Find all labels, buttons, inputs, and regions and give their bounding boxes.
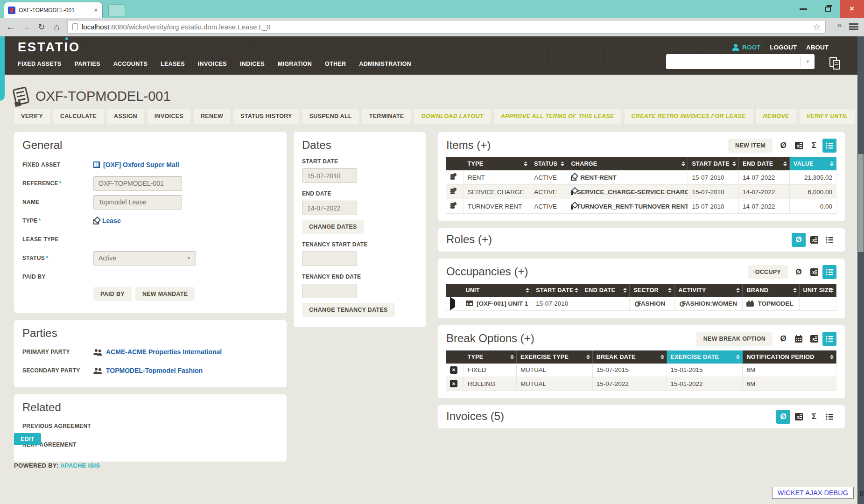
assign-button[interactable]: ASSIGN xyxy=(107,109,144,124)
break-col-exercise-date[interactable]: EXERCISE DATE xyxy=(667,350,743,364)
copy-icon[interactable] xyxy=(829,57,842,70)
home-icon[interactable]: ⌂ xyxy=(49,18,63,36)
items-col-start-date[interactable]: START DATE xyxy=(688,157,739,170)
fixed-asset-link[interactable]: [OXF] Oxford Super Mall xyxy=(103,161,179,168)
items-col-value[interactable]: VALUE xyxy=(789,157,836,170)
list-view-icon[interactable] xyxy=(822,139,836,153)
break-option-icon[interactable]: ✕ xyxy=(450,366,457,374)
search-dropdown-caret-icon[interactable]: ▼ xyxy=(801,56,815,67)
status-history-button[interactable]: STATUS HISTORY xyxy=(233,109,299,124)
excel-export-icon[interactable]: x xyxy=(792,410,806,424)
change-dates-button[interactable]: CHANGE DATES xyxy=(302,220,364,234)
browser-tab[interactable]: OXF-TOPMODEL-001 × xyxy=(4,2,103,18)
invoices-button[interactable]: INVOICES xyxy=(148,109,190,124)
status-select[interactable]: Active▼ xyxy=(93,251,196,266)
tenancy-end-date-field[interactable] xyxy=(302,284,357,298)
hide-columns-icon[interactable]: Ø xyxy=(776,332,790,346)
extensions-overflow-icon[interactable]: » xyxy=(837,21,842,30)
excel-export-icon[interactable]: x xyxy=(807,332,821,346)
change-tenancy-dates-button[interactable]: CHANGE TENANCY DATES xyxy=(302,303,395,317)
renew-button[interactable]: RENEW xyxy=(194,109,230,124)
items-col-type[interactable]: TYPE xyxy=(464,157,530,170)
occ-col-activity[interactable]: ACTIVITY xyxy=(674,284,743,297)
nav-indices[interactable]: INDICES xyxy=(240,61,265,67)
table-row[interactable]: ✕ ROLLING MUTUAL 15-07-2022 15-01-2022 6… xyxy=(446,377,836,391)
estatio-logo[interactable]: ESTATIO xyxy=(18,40,80,55)
hide-columns-icon[interactable]: Ø xyxy=(776,139,790,153)
table-row[interactable]: ✕ FIXED MUTUAL 15-07-2015 15-01-2015 6M xyxy=(446,364,836,377)
apache-isis-link[interactable]: APACHE ISIS xyxy=(60,462,100,469)
hide-columns-icon[interactable]: Ø xyxy=(792,233,806,247)
browser-menu-icon[interactable] xyxy=(849,23,858,30)
summary-sigma-icon[interactable]: Σ xyxy=(807,410,821,424)
nav-other[interactable]: OTHER xyxy=(325,61,346,67)
nav-migration[interactable]: MIGRATION xyxy=(278,61,312,67)
download-layout-button[interactable]: DOWNLOAD LAYOUT xyxy=(414,109,490,124)
break-col-exercise-type[interactable]: EXERCISE TYPE xyxy=(516,350,592,364)
paid-by-button[interactable]: PAID BY xyxy=(93,287,132,301)
url-text[interactable]: localhost:8080/wicket/entity/org.estatio… xyxy=(82,23,809,31)
excel-export-icon[interactable]: x xyxy=(807,233,821,247)
occ-col-sector[interactable]: SECTOR xyxy=(630,284,674,297)
end-date-field[interactable]: 14-07-2022 xyxy=(302,201,357,215)
list-view-icon[interactable] xyxy=(822,265,836,279)
occ-col-end-date[interactable]: END DATE xyxy=(581,284,629,297)
items-col-status[interactable]: STATUS xyxy=(530,157,567,170)
page-scrollbar[interactable] xyxy=(857,36,864,504)
suspend-all-button[interactable]: SUSPEND ALL xyxy=(302,109,359,124)
user-name-link[interactable]: ROOT xyxy=(742,44,760,51)
excel-export-icon[interactable]: x xyxy=(792,139,806,153)
lease-item-icon[interactable] xyxy=(450,202,457,209)
create-retro-invoices-button[interactable]: CREATE RETRO INVOICES FOR LEASE xyxy=(625,109,753,124)
nav-administration[interactable]: ADMINISTRATION xyxy=(359,61,411,67)
occ-col-brand[interactable]: BRAND xyxy=(743,284,799,297)
table-row[interactable]: SERVICE CHARGE ACTIVE SERVICE_CHARGE-SER… xyxy=(446,185,836,199)
break-col-type[interactable]: TYPE xyxy=(464,350,517,364)
reference-field[interactable]: OXF-TOPMODEL-001 xyxy=(93,176,182,191)
logout-link[interactable]: LOGOUT xyxy=(770,44,797,51)
start-date-field[interactable]: 15-07-2010 xyxy=(302,168,357,183)
table-row[interactable]: TURNOVER RENT ACTIVE TURNOVER_RENT-TURNO… xyxy=(446,199,836,214)
table-row[interactable]: RENT ACTIVE RENT-RENT 15-07-2010 14-07-2… xyxy=(446,170,836,185)
list-view-icon[interactable] xyxy=(822,332,836,346)
nav-accounts[interactable]: ACCOUNTS xyxy=(113,61,148,67)
hide-columns-icon[interactable]: Ø xyxy=(776,410,790,424)
tenancy-start-date-field[interactable] xyxy=(302,252,357,266)
window-maximize-button[interactable] xyxy=(815,0,840,18)
primary-party-link[interactable]: ACME-ACME Properties International xyxy=(106,348,222,356)
items-col-end-date[interactable]: END DATE xyxy=(739,157,790,170)
url-bar[interactable]: localhost:8080/wicket/entity/org.estatio… xyxy=(67,20,826,34)
occupy-button[interactable]: OCCUPY xyxy=(748,265,788,279)
lease-item-icon[interactable] xyxy=(450,173,457,180)
calendar-view-icon[interactable] xyxy=(792,332,806,346)
reload-icon[interactable]: ↻ xyxy=(35,18,49,36)
occupancy-flag-icon[interactable] xyxy=(450,297,455,310)
verify-until-button[interactable]: VERIFY UNTIL xyxy=(800,109,855,124)
occ-col-unit-size[interactable]: UNIT SIZE xyxy=(799,284,836,297)
list-view-icon[interactable] xyxy=(822,233,836,247)
break-col-notification-period[interactable]: NOTIFICATION PERIOD xyxy=(743,350,836,364)
window-minimize-button[interactable] xyxy=(791,0,815,18)
terminate-button[interactable]: TERMINATE xyxy=(362,109,411,124)
items-col-charge[interactable]: CHARGE xyxy=(567,157,688,170)
tab-close-icon[interactable]: × xyxy=(93,7,98,14)
new-break-option-button[interactable]: NEW BREAK OPTION xyxy=(696,332,773,346)
new-mandate-button[interactable]: NEW MANDATE xyxy=(135,287,195,301)
remove-button[interactable]: REMOVE xyxy=(756,109,796,124)
global-search-input[interactable]: ▼ xyxy=(666,54,815,69)
scrollbar-thumb[interactable] xyxy=(858,154,864,252)
nav-fixed-assets[interactable]: FIXED ASSETS xyxy=(18,61,61,67)
type-link[interactable]: Lease xyxy=(102,217,121,224)
excel-export-icon[interactable]: x xyxy=(807,265,821,279)
nav-invoices[interactable]: INVOICES xyxy=(198,61,227,67)
approve-all-terms-button[interactable]: APPROVE ALL TERMS OF THIS LEASE xyxy=(494,109,621,124)
occ-col-unit[interactable]: UNIT xyxy=(462,284,532,297)
break-col-break-date[interactable]: BREAK DATE xyxy=(592,350,667,364)
new-tab-button[interactable] xyxy=(108,4,125,16)
back-icon[interactable]: ← xyxy=(4,18,18,36)
table-row[interactable]: [OXF-001] UNIT 1 15-07-2010 FASHION FASH… xyxy=(446,297,836,310)
nav-leases[interactable]: LEASES xyxy=(161,61,185,67)
secondary-party-link[interactable]: TOPMODEL-Topmodel Fashion xyxy=(106,367,203,374)
wicket-ajax-debug-link[interactable]: WICKET AJAX DEBUG xyxy=(772,487,854,499)
list-view-icon[interactable] xyxy=(822,410,836,424)
